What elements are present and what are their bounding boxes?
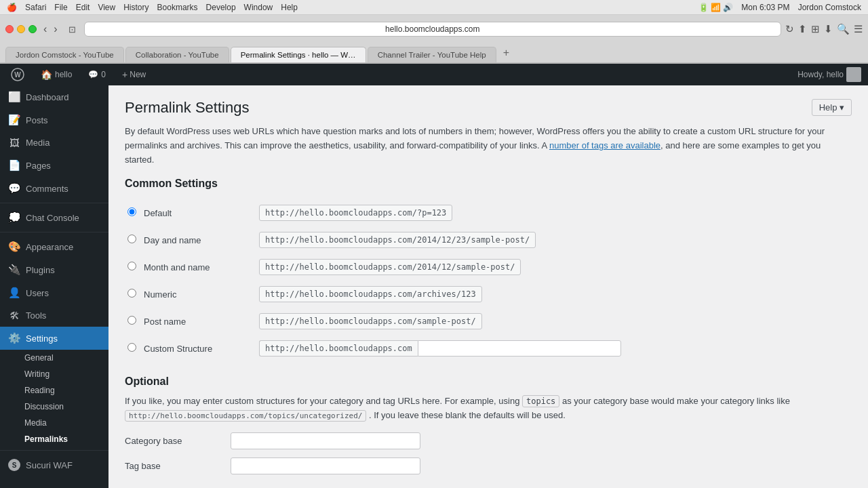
sidebar-item-media[interactable]: 🖼 Media [0, 131, 108, 154]
window-menu[interactable]: Window [244, 3, 273, 12]
address-bar[interactable]: hello.boomcloudapps.com [84, 22, 781, 37]
sidebar-item-comments[interactable]: 💬 Comments [0, 177, 108, 200]
optional-desc-end: . If you leave these blank the defaults … [366, 410, 565, 420]
sidebar-sub-general[interactable]: General [0, 350, 108, 366]
posts-icon: 📝 [8, 114, 20, 126]
wp-main-content: Permalink Settings Help ▾ By default Wor… [108, 85, 868, 488]
wp-admin-bar: W 🏠 hello 💬 0 + New Howdy, hello [0, 64, 868, 85]
sidebar-item-appearance[interactable]: 🎨 Appearance [0, 235, 108, 258]
comments-icon: 💬 [8, 182, 20, 195]
view-menu[interactable]: View [98, 3, 115, 12]
wp-admin-bar-right: Howdy, hello [797, 67, 861, 82]
label-custom-structure[interactable]: Custom Structure [144, 344, 212, 354]
sidebar-users-label: Users [26, 288, 49, 298]
sidebar-toggle-button[interactable]: ☰ [854, 23, 863, 35]
wp-layout: ⬜ Dashboard 📝 Posts 🖼 Media 📄 Pages 💬 Co… [0, 85, 868, 488]
comments-item[interactable]: 💬 0 [84, 64, 110, 85]
sidebar-posts-label: Posts [26, 115, 48, 125]
search-button[interactable]: 🔍 [837, 23, 850, 35]
sidebar-sub-permalinks[interactable]: Permalinks [0, 431, 108, 447]
close-button[interactable] [5, 25, 14, 33]
option-month-name: Month and name http://hello.boomcloudapp… [125, 253, 837, 281]
sidebar-chat-console-label: Chat Console [26, 213, 79, 223]
url-post-name: http://hello.boomcloudapps.com/sample-po… [259, 313, 482, 329]
sidebar-item-settings[interactable]: ⚙️ Settings [0, 327, 108, 350]
develop-menu[interactable]: Develop [206, 3, 236, 12]
safari-menu[interactable]: Safari [25, 3, 46, 12]
radio-month-name[interactable] [127, 262, 136, 270]
tab-collaboration[interactable]: Collaboration - YouTube [125, 47, 229, 62]
appearance-icon: 🎨 [8, 241, 20, 253]
sidebar-item-chat-console[interactable]: 💭 Chat Console [0, 206, 108, 229]
browser-tabs: Jordon Comstock - YouTube Collaboration … [0, 43, 868, 63]
share-button[interactable]: ⬆ [798, 23, 807, 35]
tags-available-link[interactable]: number of tags are available [549, 140, 660, 150]
sidebar-item-pages[interactable]: 📄 Pages [0, 154, 108, 177]
label-default[interactable]: Default [144, 208, 172, 218]
sidebar-sub-reading[interactable]: Reading [0, 382, 108, 399]
sidebar-item-users[interactable]: 👤 Users [0, 281, 108, 304]
back-button[interactable]: ‹ [41, 22, 50, 37]
label-post-name[interactable]: Post name [144, 317, 186, 327]
maximize-button[interactable] [28, 25, 37, 33]
file-menu[interactable]: File [54, 3, 67, 12]
sidebar-item-sucuri[interactable]: S Sucuri WAF [0, 453, 108, 476]
custom-url-prefix: http://hello.boomcloudapps.com [259, 340, 418, 357]
sidebar-item-dashboard[interactable]: ⬜ Dashboard [0, 85, 108, 108]
new-content-item[interactable]: + New [118, 64, 150, 85]
sidebar-comments-label: Comments [26, 184, 68, 194]
help-menu[interactable]: Help [281, 3, 298, 12]
category-base-input[interactable] [231, 432, 420, 449]
sidebar-divider-1 [0, 203, 108, 203]
wp-sidebar: ⬜ Dashboard 📝 Posts 🖼 Media 📄 Pages 💬 Co… [0, 85, 108, 488]
sucuri-icon: S [8, 459, 20, 471]
label-month-name[interactable]: Month and name [144, 262, 210, 272]
tab-youtube-jordon[interactable]: Jordon Comstock - YouTube [5, 47, 124, 62]
collapse-menu-button[interactable]: ◀ Collapse menu [0, 482, 108, 488]
new-tab-button[interactable]: + [498, 43, 515, 62]
sidebar-item-posts[interactable]: 📝 Posts [0, 108, 108, 131]
url-month-name: http://hello.boomcloudapps.com/2014/12/s… [259, 259, 521, 275]
radio-default[interactable] [127, 207, 136, 216]
sidebar-divider-2 [0, 232, 108, 232]
sidebar-item-tools[interactable]: 🛠 Tools [0, 304, 108, 327]
tab-channel-trailer[interactable]: Channel Trailer - YouTube Help [368, 47, 496, 62]
minimize-button[interactable] [17, 25, 25, 33]
site-name-item[interactable]: 🏠 hello [37, 64, 76, 85]
optional-desc-start: If you like, you may enter custom struct… [125, 396, 522, 406]
radio-custom-structure[interactable] [127, 343, 136, 352]
sidebar-pages-label: Pages [26, 161, 51, 171]
edit-menu[interactable]: Edit [76, 3, 90, 12]
clock: Mon 6:03 PM [741, 3, 789, 12]
mac-bar-right: 🔋 📶 🔊 Mon 6:03 PM Jordon Comstock [698, 3, 861, 12]
sidebar-sub-writing[interactable]: Writing [0, 366, 108, 382]
reader-button[interactable]: ⊡ [64, 23, 80, 36]
common-settings-title: Common Settings [125, 178, 852, 190]
history-menu[interactable]: History [123, 3, 149, 12]
new-label: New [130, 70, 146, 79]
custom-url-suffix-input[interactable] [418, 340, 621, 357]
page-description: By default WordPress uses web URLs which… [125, 125, 837, 167]
url-numeric: http://hello.boomcloudapps.com/archives/… [259, 286, 482, 302]
tag-base-input[interactable] [231, 458, 420, 474]
wp-logo-item[interactable]: W [7, 64, 28, 85]
radio-day-name[interactable] [127, 235, 136, 243]
label-day-name[interactable]: Day and name [144, 235, 201, 245]
tab-permalink-settings[interactable]: Permalink Settings · hello — WordPress [231, 47, 366, 62]
sidebar-sub-media[interactable]: Media [0, 415, 108, 431]
radio-post-name[interactable] [127, 316, 136, 325]
label-numeric[interactable]: Numeric [144, 289, 176, 300]
sidebar-item-plugins[interactable]: 🔌 Plugins [0, 258, 108, 281]
download-button[interactable]: ⬇ [824, 23, 833, 35]
forward-button[interactable]: › [51, 22, 60, 37]
reload-button[interactable]: ↻ [785, 23, 794, 35]
sidebar-appearance-label: Appearance [26, 242, 73, 252]
help-button[interactable]: Help ▾ [812, 99, 852, 116]
sidebar-dashboard-label: Dashboard [26, 92, 69, 102]
sidebar-sub-discussion[interactable]: Discussion [0, 399, 108, 415]
add-tab-button[interactable]: ⊞ [811, 23, 820, 35]
apple-menu[interactable]: 🍎 [7, 3, 17, 12]
bookmarks-menu[interactable]: Bookmarks [157, 3, 198, 12]
option-default: Default http://hello.boomcloudapps.com/?… [125, 199, 837, 226]
radio-numeric[interactable] [127, 289, 136, 298]
